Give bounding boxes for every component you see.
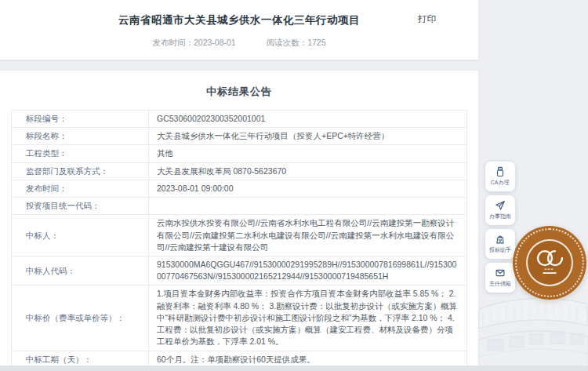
- publish-time: 发布时间：2023-08-01: [153, 38, 236, 47]
- sidebar-button-bid-bag[interactable]: 投标助手: [485, 229, 515, 259]
- read-count-value: 1725: [307, 38, 325, 47]
- row-value: [149, 198, 467, 215]
- table-row: 投资项目统一代码：: [12, 198, 467, 215]
- row-value: 60个月。注：单项勘察设计60天提供成果。: [149, 351, 467, 366]
- table-row: 中标价（费率或单价等）：1.项目资本金财务内部收益率：投资合作方项目资本金财务内…: [12, 286, 467, 351]
- row-value: 1.项目资本金财务内部收益率：投资合作方项目资本金财务内部收益率 5.85 %；…: [149, 286, 467, 351]
- announcement-table: 标段编号：GC530600202300352001001标段名称：大关县城乡供水…: [11, 110, 467, 366]
- announcement-heading: 中标结果公告: [11, 85, 467, 99]
- row-label: 监督部门及联系方式：: [12, 162, 149, 180]
- row-value: 大关县城乡供水一体化三年行动项目（投资人+EPC+特许经营）: [149, 128, 467, 145]
- row-value: 2023-08-01 09:00:00: [149, 180, 467, 197]
- page-title: 云南省昭通市大关县城乡供水一体化三年行动项目: [118, 13, 360, 27]
- sidebar-button-label: CA办理: [491, 179, 510, 187]
- publish-time-label: 发布时间：: [153, 38, 194, 47]
- row-value: GC530600202300352001001: [149, 111, 467, 128]
- row-label: 投资项目统一代码：: [12, 198, 149, 215]
- meta-row: 发布时间：2023-08-01 阅读次数：1725: [0, 38, 478, 49]
- table-row: 工程类型：其他: [12, 145, 467, 162]
- table-row: 标段编号：GC530600202300352001001: [12, 111, 467, 128]
- right-panel: CA办理办事指南投标助手主任信箱: [478, 0, 588, 371]
- row-value: 云南水投供水投资有限公司//云南省水利水电工程有限公司//云南建投第一勘察设计有…: [149, 215, 467, 256]
- sidebar-button-ca-key[interactable]: CA办理: [485, 162, 515, 191]
- row-value: 大关县发展和改革局 0870-5623670: [149, 162, 467, 180]
- table-row: 标段名称：大关县城乡供水一体化三年行动项目（投资人+EPC+特许经营）: [12, 128, 467, 145]
- row-label: 中标工期（天）：: [12, 351, 149, 366]
- paper-plane-icon: [495, 200, 506, 211]
- seal-monogram-icon: [531, 245, 568, 279]
- row-label: 发布时间：: [12, 180, 149, 197]
- sidebar-button-label: 投标助手: [489, 246, 511, 254]
- read-count: 阅读次数：1725: [267, 38, 326, 47]
- bid-bag-icon: [495, 234, 506, 245]
- table-row: 监督部门及联系方式：大关县发展和改革局 0870-5623670: [12, 162, 467, 180]
- ca-key-icon: [495, 166, 506, 177]
- table-row: 中标工期（天）：60个月。注：单项勘察设计60天提供成果。: [12, 351, 467, 366]
- sidebar-button-paper-plane[interactable]: 办事指南: [485, 195, 515, 225]
- publish-time-value: 2023-08-01: [194, 38, 236, 47]
- row-label: 中标人代码：: [12, 256, 149, 285]
- table-row: 发布时间：2023-08-01 09:00:00: [12, 180, 467, 197]
- row-value: 91530000MA6QGGU467//91530000291995289H//…: [149, 256, 467, 285]
- page: 云南省昭通市大关县城乡供水一体化三年行动项目 打印 发布时间：2023-08-0…: [0, 0, 588, 371]
- row-label: 标段名称：: [12, 128, 149, 145]
- page-bottom-edge: [0, 366, 588, 371]
- official-seal: [513, 226, 586, 300]
- row-label: 中标人：: [12, 215, 149, 256]
- mailbox-icon: [495, 267, 506, 278]
- floating-toolbar: CA办理办事指南投标助手主任信箱: [485, 162, 515, 293]
- print-button[interactable]: 打印: [418, 13, 436, 25]
- document-column: 云南省昭通市大关县城乡供水一体化三年行动项目 打印 发布时间：2023-08-0…: [0, 0, 478, 371]
- table-row: 中标人代码：91530000MA6QGGU467//91530000291995…: [12, 256, 467, 285]
- read-count-label: 阅读次数：: [267, 38, 308, 47]
- table-row: 中标人：云南水投供水投资有限公司//云南省水利水电工程有限公司//云南建投第一勘…: [12, 215, 467, 256]
- row-label: 中标价（费率或单价等）：: [12, 286, 149, 351]
- sidebar-button-label: 办事指南: [489, 213, 511, 220]
- building-watermark: [478, 285, 588, 371]
- row-label: 标段编号：: [12, 111, 149, 128]
- sidebar-button-mailbox[interactable]: 主任信箱: [485, 263, 515, 293]
- row-label: 工程类型：: [12, 145, 149, 162]
- sidebar-button-label: 主任信箱: [489, 280, 511, 288]
- announcement-header: 云南省昭通市大关县城乡供水一体化三年行动项目 打印 发布时间：2023-08-0…: [0, 0, 478, 60]
- row-value: 其他: [149, 145, 467, 162]
- announcement-body: 中标结果公告 标段编号：GC530600202300352001001标段名称：…: [0, 71, 478, 366]
